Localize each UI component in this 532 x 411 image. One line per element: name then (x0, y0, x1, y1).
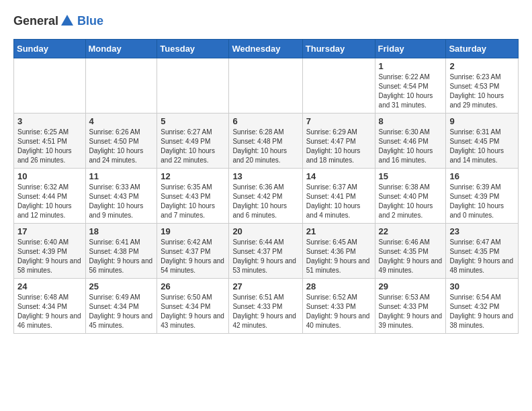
day-info: Sunrise: 6:36 AM Sunset: 4:42 PM Dayligh… (232, 183, 298, 220)
day-info: Sunrise: 6:44 AM Sunset: 4:37 PM Dayligh… (232, 238, 298, 275)
day-info: Sunrise: 6:54 AM Sunset: 4:32 PM Dayligh… (449, 293, 515, 330)
day-info: Sunrise: 6:37 AM Sunset: 4:41 PM Dayligh… (306, 183, 371, 220)
day-number: 18 (89, 226, 154, 236)
calendar-cell (229, 58, 302, 113)
day-info: Sunrise: 6:30 AM Sunset: 4:46 PM Dayligh… (379, 128, 443, 165)
calendar-cell: 18Sunrise: 6:41 AM Sunset: 4:38 PM Dayli… (85, 224, 157, 279)
day-number: 29 (379, 281, 443, 291)
day-info: Sunrise: 6:28 AM Sunset: 4:48 PM Dayligh… (232, 128, 298, 165)
day-number: 20 (232, 226, 298, 236)
day-number: 11 (89, 171, 154, 181)
day-number: 26 (161, 281, 225, 291)
calendar-table: SundayMondayTuesdayWednesdayThursdayFrid… (13, 39, 519, 334)
day-info: Sunrise: 6:32 AM Sunset: 4:44 PM Dayligh… (17, 183, 82, 220)
day-info: Sunrise: 6:50 AM Sunset: 4:34 PM Dayligh… (161, 293, 225, 330)
logo-icon (60, 13, 75, 28)
calendar-header-saturday: Saturday (446, 40, 519, 58)
calendar-cell: 25Sunrise: 6:49 AM Sunset: 4:34 PM Dayli… (85, 279, 157, 334)
day-info: Sunrise: 6:38 AM Sunset: 4:40 PM Dayligh… (379, 183, 443, 220)
day-number: 7 (306, 116, 371, 126)
calendar-cell: 11Sunrise: 6:33 AM Sunset: 4:43 PM Dayli… (85, 169, 157, 224)
calendar-cell: 7Sunrise: 6:29 AM Sunset: 4:47 PM Daylig… (302, 113, 375, 169)
day-number: 3 (17, 116, 82, 126)
calendar-cell: 20Sunrise: 6:44 AM Sunset: 4:37 PM Dayli… (229, 224, 302, 279)
day-number: 21 (306, 226, 371, 236)
day-info: Sunrise: 6:23 AM Sunset: 4:53 PM Dayligh… (449, 73, 515, 110)
day-info: Sunrise: 6:52 AM Sunset: 4:33 PM Dayligh… (306, 293, 371, 330)
day-number: 13 (232, 171, 298, 181)
calendar-cell: 16Sunrise: 6:39 AM Sunset: 4:39 PM Dayli… (446, 169, 519, 224)
day-number: 14 (306, 171, 371, 181)
day-number: 16 (449, 171, 515, 181)
day-info: Sunrise: 6:45 AM Sunset: 4:36 PM Dayligh… (306, 238, 371, 275)
calendar-cell (14, 58, 86, 113)
calendar-header-friday: Friday (375, 40, 446, 58)
day-number: 23 (449, 226, 515, 236)
calendar-header-sunday: Sunday (14, 40, 86, 58)
calendar-cell: 26Sunrise: 6:50 AM Sunset: 4:34 PM Dayli… (157, 279, 229, 334)
calendar-cell: 13Sunrise: 6:36 AM Sunset: 4:42 PM Dayli… (229, 169, 302, 224)
day-number: 27 (232, 281, 298, 291)
day-info: Sunrise: 6:27 AM Sunset: 4:49 PM Dayligh… (161, 128, 225, 165)
day-info: Sunrise: 6:29 AM Sunset: 4:47 PM Dayligh… (306, 128, 371, 165)
calendar-cell: 1Sunrise: 6:22 AM Sunset: 4:54 PM Daylig… (375, 58, 446, 113)
day-info: Sunrise: 6:53 AM Sunset: 4:33 PM Dayligh… (379, 293, 443, 330)
calendar-cell: 15Sunrise: 6:38 AM Sunset: 4:40 PM Dayli… (375, 169, 446, 224)
day-number: 15 (379, 171, 443, 181)
calendar-cell: 8Sunrise: 6:30 AM Sunset: 4:46 PM Daylig… (375, 113, 446, 169)
day-info: Sunrise: 6:26 AM Sunset: 4:50 PM Dayligh… (89, 128, 154, 165)
day-number: 24 (17, 281, 82, 291)
calendar-cell: 2Sunrise: 6:23 AM Sunset: 4:53 PM Daylig… (446, 58, 519, 113)
logo-blue-text: Blue (77, 14, 103, 28)
day-info: Sunrise: 6:46 AM Sunset: 4:35 PM Dayligh… (379, 238, 443, 275)
day-number: 19 (161, 226, 225, 236)
day-number: 10 (17, 171, 82, 181)
day-info: Sunrise: 6:49 AM Sunset: 4:34 PM Dayligh… (89, 293, 154, 330)
calendar-cell: 19Sunrise: 6:42 AM Sunset: 4:37 PM Dayli… (157, 224, 229, 279)
calendar-cell: 21Sunrise: 6:45 AM Sunset: 4:36 PM Dayli… (302, 224, 375, 279)
calendar-cell: 17Sunrise: 6:40 AM Sunset: 4:39 PM Dayli… (14, 224, 86, 279)
calendar-header-thursday: Thursday (302, 40, 375, 58)
day-info: Sunrise: 6:25 AM Sunset: 4:51 PM Dayligh… (17, 128, 82, 165)
day-number: 4 (89, 116, 154, 126)
day-info: Sunrise: 6:51 AM Sunset: 4:33 PM Dayligh… (232, 293, 298, 330)
day-number: 30 (449, 281, 515, 291)
calendar-cell: 23Sunrise: 6:47 AM Sunset: 4:35 PM Dayli… (446, 224, 519, 279)
svg-marker-0 (61, 15, 73, 26)
calendar-cell: 3Sunrise: 6:25 AM Sunset: 4:51 PM Daylig… (14, 113, 86, 169)
calendar-cell: 29Sunrise: 6:53 AM Sunset: 4:33 PM Dayli… (375, 279, 446, 334)
day-number: 12 (161, 171, 225, 181)
day-number: 1 (379, 61, 443, 71)
day-number: 22 (379, 226, 443, 236)
day-number: 9 (449, 116, 515, 126)
calendar-week-row: 3Sunrise: 6:25 AM Sunset: 4:51 PM Daylig… (14, 113, 519, 169)
calendar-cell: 10Sunrise: 6:32 AM Sunset: 4:44 PM Dayli… (14, 169, 86, 224)
day-info: Sunrise: 6:33 AM Sunset: 4:43 PM Dayligh… (89, 183, 154, 220)
calendar-cell: 9Sunrise: 6:31 AM Sunset: 4:45 PM Daylig… (446, 113, 519, 169)
calendar-cell: 22Sunrise: 6:46 AM Sunset: 4:35 PM Dayli… (375, 224, 446, 279)
calendar-cell (85, 58, 157, 113)
calendar-cell: 12Sunrise: 6:35 AM Sunset: 4:43 PM Dayli… (157, 169, 229, 224)
calendar-cell: 27Sunrise: 6:51 AM Sunset: 4:33 PM Dayli… (229, 279, 302, 334)
calendar-cell: 14Sunrise: 6:37 AM Sunset: 4:41 PM Dayli… (302, 169, 375, 224)
calendar-week-row: 10Sunrise: 6:32 AM Sunset: 4:44 PM Dayli… (14, 169, 519, 224)
calendar-cell (157, 58, 229, 113)
day-info: Sunrise: 6:48 AM Sunset: 4:34 PM Dayligh… (17, 293, 82, 330)
calendar-week-row: 1Sunrise: 6:22 AM Sunset: 4:54 PM Daylig… (14, 58, 519, 113)
calendar-week-row: 17Sunrise: 6:40 AM Sunset: 4:39 PM Dayli… (14, 224, 519, 279)
calendar-cell: 24Sunrise: 6:48 AM Sunset: 4:34 PM Dayli… (14, 279, 86, 334)
calendar-header-wednesday: Wednesday (229, 40, 302, 58)
day-info: Sunrise: 6:31 AM Sunset: 4:45 PM Dayligh… (449, 128, 515, 165)
calendar-week-row: 24Sunrise: 6:48 AM Sunset: 4:34 PM Dayli… (14, 279, 519, 334)
day-info: Sunrise: 6:47 AM Sunset: 4:35 PM Dayligh… (449, 238, 515, 275)
calendar-cell (302, 58, 375, 113)
calendar-cell: 28Sunrise: 6:52 AM Sunset: 4:33 PM Dayli… (302, 279, 375, 334)
day-number: 8 (379, 116, 443, 126)
day-number: 5 (161, 116, 225, 126)
day-number: 28 (306, 281, 371, 291)
day-info: Sunrise: 6:42 AM Sunset: 4:37 PM Dayligh… (161, 238, 225, 275)
calendar-header-monday: Monday (85, 40, 157, 58)
day-info: Sunrise: 6:41 AM Sunset: 4:38 PM Dayligh… (89, 238, 154, 275)
calendar-cell: 30Sunrise: 6:54 AM Sunset: 4:32 PM Dayli… (446, 279, 519, 334)
page-header: General Blue (13, 13, 519, 28)
